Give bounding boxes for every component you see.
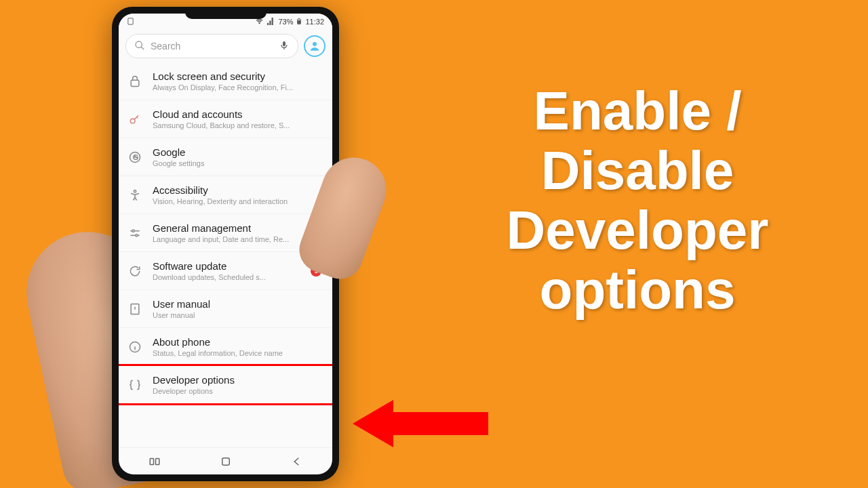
svg-point-7 (313, 42, 317, 46)
setting-subtitle: Developer options (153, 387, 321, 395)
svg-point-9 (130, 119, 135, 123)
setting-text: Cloud and accountsSamsung Cloud, Backup … (153, 108, 321, 129)
setting-item-cloud-and-accounts[interactable]: Cloud and accountsSamsung Cloud, Backup … (119, 100, 332, 138)
back-button[interactable] (283, 448, 311, 475)
setting-title: Google (153, 146, 321, 158)
overlay-title: Enable / Disable Developer options (434, 81, 841, 320)
setting-title: Software update (153, 260, 301, 272)
setting-text: GoogleGoogle settings (153, 146, 321, 167)
red-arrow (353, 393, 488, 454)
sensor-cutout (185, 8, 267, 19)
setting-item-about-phone[interactable]: About phoneStatus, Legal information, De… (119, 328, 332, 366)
search-input[interactable]: Search (125, 34, 298, 58)
overlay-line2: Developer (434, 201, 841, 260)
setting-subtitle: Language and input, Date and time, Re... (153, 235, 321, 243)
setting-subtitle: Vision, Hearing, Dexterity and interacti… (153, 197, 321, 205)
setting-subtitle: Google settings (153, 159, 321, 167)
setting-title: User manual (153, 298, 321, 310)
clock-text: 11:32 (305, 18, 324, 26)
svg-rect-19 (150, 458, 153, 464)
setting-subtitle: Always On Display, Face Recognition, Fi.… (153, 83, 321, 92)
setting-text: Developer optionsDeveloper options (153, 374, 321, 395)
svg-point-12 (134, 190, 136, 192)
setting-item-google[interactable]: GGoogleGoogle settings (119, 138, 332, 176)
setting-subtitle: Status, Legal information, Device name (153, 349, 321, 357)
setting-title: About phone (153, 336, 321, 348)
sliders-icon (127, 225, 143, 241)
battery-icon (296, 17, 302, 27)
setting-title: Developer options (153, 374, 321, 386)
svg-rect-6 (283, 41, 285, 46)
search-bar: Search (119, 30, 332, 62)
key-icon (127, 111, 143, 127)
setting-subtitle: Download updates, Scheduled s... (153, 273, 301, 281)
svg-point-15 (132, 230, 134, 232)
setting-title: General management (153, 222, 321, 234)
search-icon (134, 40, 145, 53)
svg-rect-0 (128, 18, 133, 24)
svg-line-5 (141, 47, 144, 49)
refresh-icon (127, 263, 143, 279)
search-placeholder: Search (151, 41, 180, 52)
profile-button[interactable] (304, 35, 326, 57)
svg-rect-8 (131, 80, 139, 86)
svg-marker-22 (353, 400, 488, 447)
setting-text: AccessibilityVision, Hearing, Dexterity … (153, 184, 321, 205)
navigation-bar (119, 447, 332, 474)
svg-rect-20 (155, 458, 159, 464)
setting-subtitle: User manual (153, 311, 321, 319)
svg-rect-2 (298, 20, 300, 23)
setting-title: Cloud and accounts (153, 108, 321, 120)
signal-icon (267, 17, 275, 27)
notification-icon (127, 18, 134, 26)
google-icon: G (127, 149, 143, 165)
mic-icon[interactable] (279, 40, 290, 53)
setting-text: Lock screen and securityAlways On Displa… (153, 70, 321, 92)
braces-icon (127, 377, 143, 393)
svg-rect-3 (299, 18, 300, 18)
svg-text:G: G (133, 153, 138, 161)
setting-title: Accessibility (153, 184, 321, 196)
info-icon (127, 339, 143, 355)
svg-rect-21 (222, 458, 229, 465)
overlay-line1: Enable / Disable (434, 81, 841, 201)
setting-title: Lock screen and security (153, 70, 321, 82)
manual-icon (127, 301, 143, 317)
lock-icon (127, 73, 143, 89)
setting-text: About phoneStatus, Legal information, De… (153, 336, 321, 357)
home-button[interactable] (212, 448, 239, 475)
setting-item-developer-options[interactable]: Developer optionsDeveloper options (119, 364, 332, 405)
setting-text: User manualUser manual (153, 298, 321, 319)
accessibility-icon (127, 187, 143, 203)
battery-text: 73% (278, 18, 293, 26)
setting-text: Software updateDownload updates, Schedul… (153, 260, 301, 281)
svg-point-16 (136, 234, 138, 236)
setting-item-accessibility[interactable]: AccessibilityVision, Hearing, Dexterity … (119, 176, 332, 214)
setting-item-user-manual[interactable]: User manualUser manual (119, 290, 332, 328)
setting-text: General managementLanguage and input, Da… (153, 222, 321, 243)
recents-button[interactable] (141, 448, 168, 475)
setting-subtitle: Samsung Cloud, Backup and restore, S... (153, 121, 321, 129)
setting-item-lock-screen-and-security[interactable]: Lock screen and securityAlways On Displa… (119, 62, 332, 100)
overlay-line3: options (434, 260, 841, 320)
svg-point-4 (136, 41, 142, 47)
